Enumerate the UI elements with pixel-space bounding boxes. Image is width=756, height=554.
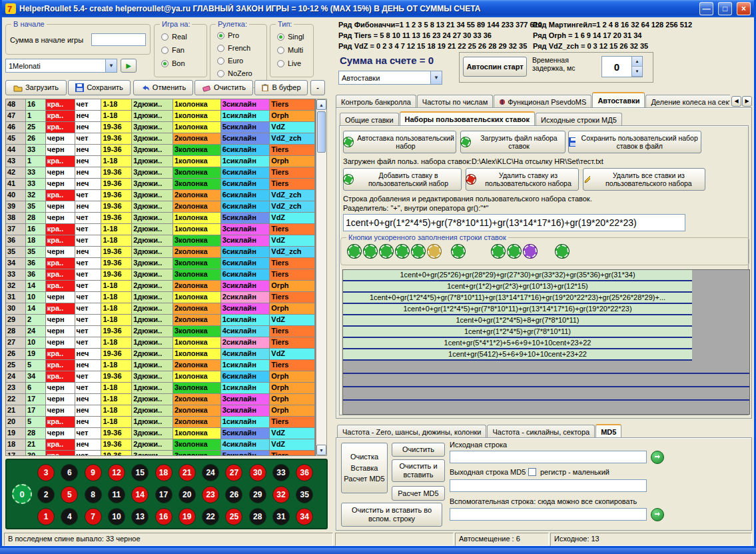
md5-clear-paste-button[interactable]: Очистить и вставить: [392, 459, 445, 482]
table-row[interactable]: 3336кра..чет19-363дюжи..3колонка6сиклайн…: [6, 269, 315, 281]
chip-button-1[interactable]: [348, 245, 361, 258]
board-number-13[interactable]: 13: [131, 508, 149, 525]
clear-paste-calc-button[interactable]: Очистка Вставка Расчет MD5: [341, 443, 388, 493]
tab-psevdoms[interactable]: Функционал PsevdoMS: [494, 95, 591, 108]
table-row[interactable]: 205кра..неч1-181дюжи..2колонка1сиклайнTi…: [6, 417, 315, 428]
board-number-24[interactable]: 24: [202, 464, 219, 481]
copy-source-icon[interactable]: [651, 451, 664, 464]
minimize-button[interactable]: —: [699, 2, 713, 15]
board-number-26[interactable]: 26: [225, 486, 242, 503]
board-number-19[interactable]: 19: [179, 508, 196, 525]
chip-button-10[interactable]: [524, 245, 537, 258]
board-number-9[interactable]: 9: [85, 464, 102, 481]
bets-list[interactable]: 1cent+0+gr(25*26)+gr(28*29)+gr(27*30)+gr…: [342, 269, 750, 415]
board-number-1[interactable]: 1: [37, 508, 55, 525]
taskbar[interactable]: [0, 548, 756, 554]
radio-live[interactable]: Live: [277, 59, 301, 67]
board-number-12[interactable]: 12: [108, 464, 125, 481]
table-row[interactable]: 1821кра..неч19-362дюжи..3колонка4сиклайн…: [6, 439, 315, 451]
chip-button-9[interactable]: [508, 245, 521, 258]
save-button[interactable]: Сохранить: [68, 80, 131, 95]
to-buffer-button[interactable]: В буфер: [254, 80, 308, 95]
radio-euro[interactable]: Euro: [217, 57, 243, 65]
add-bet-button[interactable]: Добавить ставку в пользовательский набор: [343, 168, 462, 191]
delete-all-bets-button[interactable]: Удалить все ставки из пользовательского …: [583, 168, 705, 191]
bet-string-input[interactable]: [343, 214, 685, 231]
board-number-4[interactable]: 4: [61, 508, 78, 525]
table-row[interactable]: 471кра..неч1-181дюжи..1колонка1сиклайнOr…: [6, 111, 315, 122]
table-row[interactable]: 3935черннеч19-363дюжи..2колонка6сиклайнV…: [6, 201, 315, 213]
board-number-10[interactable]: 10: [108, 508, 125, 525]
radio-nozero[interactable]: NoZero: [217, 69, 252, 77]
title-bar[interactable]: 7 HelperRoullet 5.4- create helperroulle…: [2, 0, 754, 17]
radio-real[interactable]: Real: [161, 33, 187, 41]
autobets-combo[interactable]: Автоставки ▼: [338, 71, 442, 85]
board-number-7[interactable]: 7: [85, 508, 102, 525]
spins-table[interactable]: 4816кра..чет1-182дюжи..1колонка3сиклайнT…: [5, 99, 316, 456]
board-number-32[interactable]: 32: [272, 486, 290, 503]
bets-list-item[interactable]: 1cent+0+gr(1*2*4*5)+8+gr(7*8*10*11): [343, 315, 692, 327]
board-number-34[interactable]: 34: [296, 508, 313, 525]
tab-md5[interactable]: MD5: [595, 424, 621, 438]
chip-button-3[interactable]: [380, 245, 393, 258]
board-number-31[interactable]: 31: [272, 508, 290, 525]
board-number-18[interactable]: 18: [155, 464, 173, 481]
table-row[interactable]: 236чернчет1-181дюжи..3колонка1сиклайнOrp…: [6, 383, 315, 394]
table-row[interactable]: 4032кра..чет19-363дюжи..2колонка6сиклайн…: [6, 190, 315, 201]
clear-button[interactable]: Очистить: [194, 80, 253, 95]
preset-combo[interactable]: 1Melonati ▼: [5, 59, 117, 73]
chip-button-2[interactable]: [364, 245, 377, 258]
copy-aux-icon[interactable]: [651, 508, 664, 521]
table-row[interactable]: 4816кра..чет1-182дюжи..1колонка3сиклайнT…: [6, 99, 315, 111]
table-row[interactable]: 4433черннеч19-363дюжи..3колонка6сиклайнT…: [6, 145, 315, 156]
chip-button-7[interactable]: [452, 245, 465, 258]
board-number-2[interactable]: 2: [37, 486, 55, 503]
collapse-button[interactable]: -: [310, 80, 325, 95]
maximize-button[interactable]: □: [718, 2, 732, 15]
play-button[interactable]: ▶: [121, 59, 137, 73]
spin-down-icon[interactable]: ▼: [632, 67, 642, 77]
chip-button-11[interactable]: [556, 245, 569, 258]
chevron-down-icon[interactable]: ▼: [430, 71, 442, 84]
table-row[interactable]: 2824чернчет19-362дюжи..3колонка4сиклайнT…: [6, 326, 315, 337]
tab-scroll-left-icon[interactable]: ◀: [731, 96, 741, 107]
undo-button[interactable]: Отменить: [133, 80, 193, 95]
tab-bankroll-control[interactable]: Контроль банкролла: [336, 95, 416, 108]
board-number-zero[interactable]: 0: [12, 484, 32, 504]
board-number-20[interactable]: 20: [179, 486, 196, 503]
tab-autobets[interactable]: Автоставки: [592, 92, 645, 108]
spin-up-icon[interactable]: ▲: [632, 57, 642, 67]
table-row[interactable]: 2710чернчет1-181дюжи..1колонка2сиклайнTi…: [6, 337, 315, 349]
chip-button-4[interactable]: [396, 245, 409, 258]
load-bet-set-button[interactable]: Загрузить файл набора ставок: [460, 131, 566, 153]
board-number-27[interactable]: 27: [225, 464, 242, 481]
board-number-3[interactable]: 3: [37, 464, 55, 481]
autospin-start-button[interactable]: Автоспин старт: [463, 57, 527, 77]
table-row[interactable]: 4233черннеч19-363дюжи..3колонка6сиклайнT…: [6, 167, 315, 179]
bets-list-item[interactable]: 1cent+gr(1*2)+gr(2*3)+gr(10*13)+gr(12*15…: [343, 281, 692, 293]
table-scrollbar[interactable]: ▲ ▼: [316, 99, 327, 456]
autobet-user-set-button[interactable]: Автоставка пользовательский набор: [343, 131, 456, 153]
board-number-5[interactable]: 5: [61, 486, 78, 503]
board-number-23[interactable]: 23: [202, 486, 219, 503]
md5-source-input[interactable]: [450, 451, 647, 463]
table-row[interactable]: 3828чернчет19-363дюжи..1колонка5сиклайнV…: [6, 213, 315, 224]
tab-user-bet-sets[interactable]: Наборы пользовательских ставок: [400, 111, 536, 126]
board-number-15[interactable]: 15: [131, 464, 149, 481]
table-row[interactable]: 3535черннеч19-363дюжи..2колонка6сиклайнV…: [6, 247, 315, 258]
board-number-35[interactable]: 35: [296, 486, 313, 503]
chip-button-8[interactable]: [492, 245, 505, 258]
tab-number-frequencies[interactable]: Частоты по числам: [417, 95, 493, 108]
table-row[interactable]: 1928чернчет19-363дюжи..1колонка5сиклайнV…: [6, 428, 315, 439]
tab-md5-source-strings[interactable]: Исходные строки МД5: [536, 113, 622, 126]
radio-french[interactable]: French: [217, 44, 250, 52]
scroll-down-icon[interactable]: ▼: [316, 445, 326, 455]
table-row[interactable]: 2434кра..чет19-363дюжи..1колонка6сиклайн…: [6, 371, 315, 383]
board-number-22[interactable]: 22: [202, 508, 219, 525]
chevron-down-icon[interactable]: ▼: [105, 59, 117, 72]
table-row[interactable]: 3014кра..чет1-182дюжи..2колонка3сиклайнO…: [6, 303, 315, 315]
bets-list-item[interactable]: 1cent+0+gr(1*2*4*5)+gr(7*8*10*11)+gr(13*…: [343, 304, 692, 315]
table-row[interactable]: 4526чернчет19-363дюжи..2колонка5сиклайнV…: [6, 133, 315, 145]
bets-list-item[interactable]: 1cent+gr(5*4*1*2)+5+6+9+10+10cent+23+22: [343, 338, 692, 349]
close-button[interactable]: ×: [737, 2, 751, 15]
